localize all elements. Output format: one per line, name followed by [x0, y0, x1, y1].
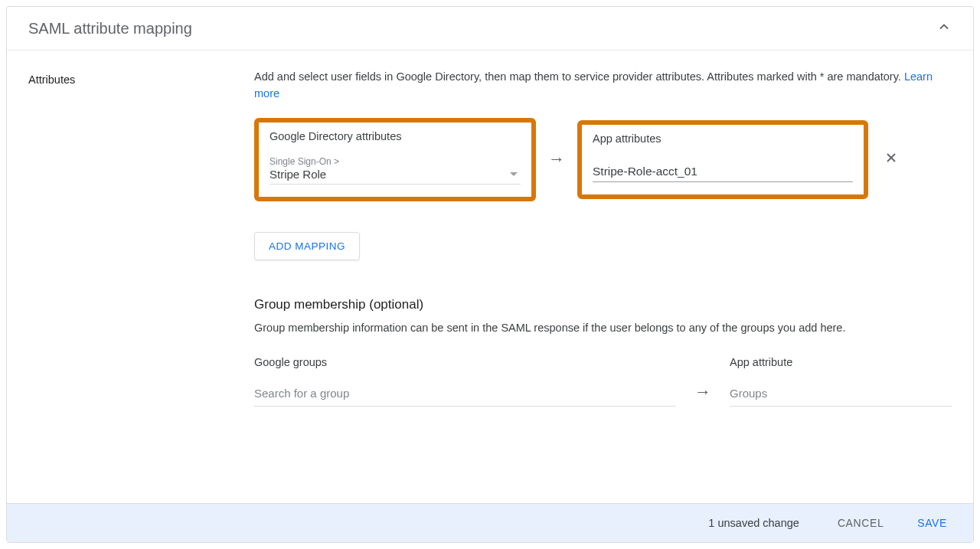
app-attribute-input[interactable]: [593, 158, 853, 182]
panel-footer: 1 unsaved change CANCEL SAVE: [7, 503, 973, 542]
close-icon: [884, 150, 899, 165]
mapping-row: Google Directory attributes Single Sign-…: [254, 118, 952, 201]
google-groups-label: Google groups: [254, 356, 676, 368]
save-button[interactable]: SAVE: [913, 516, 952, 530]
app-attributes-label: App attributes: [593, 132, 853, 145]
panel-header: SAML attribute mapping: [7, 7, 973, 51]
add-mapping-button[interactable]: ADD MAPPING: [254, 232, 360, 260]
group-app-attribute-input[interactable]: [730, 385, 952, 407]
attributes-description: Add and select user fields in Google Dir…: [254, 69, 952, 103]
remove-mapping-button[interactable]: [884, 150, 899, 169]
right-column: Add and select user fields in Google Dir…: [254, 69, 952, 503]
arrow-right-icon: →: [548, 149, 565, 169]
cancel-button[interactable]: CANCEL: [833, 516, 888, 530]
app-attribute-column: App attribute: [730, 356, 952, 407]
select-value: Stripe Role: [270, 168, 521, 181]
arrow-right-icon: →: [694, 382, 711, 407]
attributes-section-label: Attributes: [28, 69, 254, 86]
description-text: Add and select user fields in Google Dir…: [254, 70, 904, 83]
group-row: Google groups → App attribute: [254, 356, 952, 407]
directory-attributes-label: Google Directory attributes: [270, 130, 521, 142]
panel-title: SAML attribute mapping: [28, 20, 192, 38]
chevron-down-icon: [510, 172, 518, 176]
unsaved-changes-label: 1 unsaved change: [708, 517, 799, 529]
saml-mapping-panel: SAML attribute mapping Attributes Add an…: [6, 6, 974, 543]
google-groups-column: Google groups: [254, 356, 676, 407]
select-category: Single Sign-On >: [270, 156, 521, 167]
group-membership-description: Group membership information can be sent…: [254, 320, 952, 337]
directory-attribute-box: Google Directory attributes Single Sign-…: [254, 118, 536, 201]
directory-attribute-select[interactable]: Single Sign-On > Stripe Role: [270, 156, 521, 185]
chevron-up-icon: [936, 19, 952, 34]
collapse-toggle[interactable]: [936, 19, 952, 38]
panel-body: Attributes Add and select user fields in…: [7, 51, 973, 503]
group-membership-title: Group membership (optional): [254, 297, 952, 312]
group-search-input[interactable]: [254, 385, 676, 407]
left-column: Attributes: [28, 69, 254, 503]
group-app-attribute-label: App attribute: [730, 356, 952, 368]
app-attribute-box: App attributes: [577, 120, 868, 199]
